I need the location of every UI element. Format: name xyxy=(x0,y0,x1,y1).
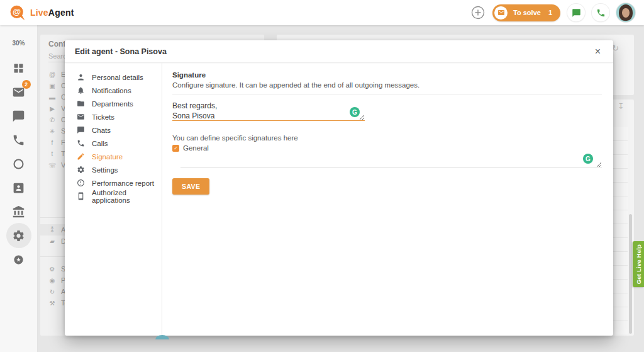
video-icon: ▶ xyxy=(48,105,56,112)
section-heading: Signature xyxy=(172,71,602,79)
modal-menu-item-performance-report[interactable]: Performance report xyxy=(65,176,162,190)
dashboard-icon xyxy=(12,62,25,75)
modal-menu-item-settings[interactable]: Settings xyxy=(65,163,162,176)
gear-icon: ⚙ xyxy=(48,266,56,273)
usage-indicator: 30% xyxy=(12,40,25,47)
logo-text: LiveAgent xyxy=(30,8,74,18)
sidebar-item-configuration[interactable] xyxy=(6,223,31,248)
envelope-icon xyxy=(77,113,85,121)
smartphone-icon xyxy=(77,192,85,200)
modal-menu-item-personal-details[interactable]: Personal details xyxy=(65,71,162,84)
slack-icon: ✳ xyxy=(48,128,56,135)
checkbox-label: General xyxy=(183,144,209,152)
section-description: Configure signature. It can be appended … xyxy=(172,81,602,89)
contact-forms-icon: ▣ xyxy=(48,82,56,89)
modal-menu-item-tickets[interactable]: Tickets xyxy=(65,110,162,123)
modal-menu-item-signature[interactable]: Signature xyxy=(65,150,162,163)
sidebar-item-calls[interactable] xyxy=(6,127,31,152)
chat-icon: ▬ xyxy=(48,94,56,101)
person-icon xyxy=(77,73,85,81)
wrench-icon: ⚒ xyxy=(48,300,56,307)
liveagent-bubble-icon: @ xyxy=(9,4,26,21)
globe-icon xyxy=(77,179,85,187)
refresh-icon: ↻ xyxy=(48,288,56,295)
folder-icon xyxy=(77,99,85,108)
top-bar: @ LiveAgent To solve 1 xyxy=(0,0,644,25)
to-solve-count: 1 xyxy=(548,9,552,16)
save-button[interactable]: SAVE xyxy=(172,178,209,195)
chat-icon xyxy=(12,110,25,123)
modal-menu-item-authorized-applications[interactable]: Authorized applications xyxy=(65,190,162,203)
modal-content: Signature Configure signature. It can be… xyxy=(162,63,613,336)
sidebar-item-gamification[interactable] xyxy=(6,247,31,272)
pen-icon xyxy=(77,152,85,161)
ring-icon xyxy=(12,157,25,171)
facebook-icon: f xyxy=(48,139,56,146)
modal-menu-item-departments[interactable]: Departments xyxy=(65,97,162,110)
add-new-button[interactable] xyxy=(470,5,486,20)
sidebar-item-billing[interactable] xyxy=(6,199,31,224)
modal-header: Edit agent - Sona Pisova × xyxy=(65,40,613,63)
agents-icon: ⁑ xyxy=(48,227,56,234)
calls-button[interactable] xyxy=(592,4,609,21)
chats-button[interactable] xyxy=(567,4,585,21)
chat-icon xyxy=(572,8,581,18)
grammarly-icon[interactable]: G xyxy=(583,154,593,164)
sidebar-item-tickets[interactable]: 2 xyxy=(6,79,31,105)
to-solve-label: To solve xyxy=(513,9,541,16)
gear-icon xyxy=(77,166,85,174)
general-signature-textarea[interactable] xyxy=(180,152,602,168)
checkbox-checked-icon[interactable]: ✓ xyxy=(172,145,179,152)
export-icon: ↧ xyxy=(618,102,624,111)
gear-icon xyxy=(12,229,25,242)
grammarly-icon[interactable]: G xyxy=(350,107,360,117)
sidebar-item-dashboard[interactable] xyxy=(6,55,31,81)
contact-card-icon xyxy=(12,181,25,195)
globe-icon: ◉ xyxy=(48,277,56,284)
envelope-icon xyxy=(494,6,508,20)
svg-text:@: @ xyxy=(13,7,21,16)
teal-peek-element xyxy=(155,335,169,339)
twitter-icon: t xyxy=(48,150,56,157)
signature-textarea[interactable]: Best regards, Sona Pisova xyxy=(172,99,365,121)
phone-icon xyxy=(12,133,25,147)
star-badge-icon xyxy=(13,254,25,266)
sidebar-item-customers[interactable] xyxy=(6,175,31,200)
user-avatar[interactable] xyxy=(616,3,635,22)
modal-menu-item-calls[interactable]: Calls xyxy=(65,137,162,150)
liveagent-logo: @ LiveAgent xyxy=(9,4,74,21)
general-checkbox-row[interactable]: ✓ General xyxy=(172,144,602,152)
modal-title: Edit agent - Sona Pisova xyxy=(75,47,167,56)
close-icon[interactable]: × xyxy=(592,45,603,58)
main-sidebar: 30% 2 xyxy=(0,25,38,352)
phone-icon xyxy=(596,8,606,18)
modal-menu-item-notifications[interactable]: Notifications xyxy=(65,84,162,97)
call-icon: ✆ xyxy=(48,116,56,123)
departments-icon: ▰ xyxy=(48,238,56,245)
bank-icon xyxy=(12,205,25,219)
modal-menu-item-chats[interactable]: Chats xyxy=(65,123,162,137)
divider xyxy=(172,94,602,95)
get-live-help-button[interactable]: Get Live Help xyxy=(633,241,644,287)
to-solve-button[interactable]: To solve 1 xyxy=(492,4,560,21)
sidebar-item-social[interactable] xyxy=(6,151,31,176)
phone-icon xyxy=(77,139,85,147)
tickets-badge: 2 xyxy=(22,80,31,89)
scrollbar-thumb[interactable] xyxy=(629,214,632,334)
at-icon: @ xyxy=(48,71,56,78)
bell-icon xyxy=(77,86,85,94)
modal-menu: Personal details Notifications Departmen… xyxy=(65,63,162,336)
specific-signatures-hint: You can define specific signatures here xyxy=(172,134,602,142)
sidebar-item-chats[interactable] xyxy=(6,103,31,128)
viber-icon: ☏ xyxy=(48,162,56,169)
chat-icon xyxy=(77,126,85,134)
edit-agent-modal: Edit agent - Sona Pisova × Personal deta… xyxy=(65,40,613,336)
